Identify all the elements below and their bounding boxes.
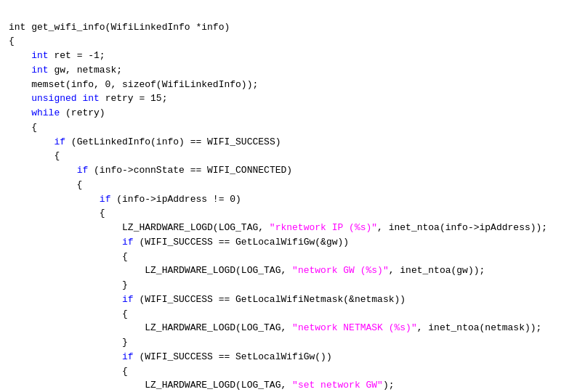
code-line: if (GetLinkedInfo(info) == WIFI_SUCCESS) xyxy=(9,135,568,150)
code-line: int ret = -1; xyxy=(9,49,568,63)
code-line: int get_wifi_info(WifiLinkedInfo *info) xyxy=(9,20,568,35)
code-line: } xyxy=(9,335,568,350)
code-line: int gw, netmask; xyxy=(9,63,568,78)
code-line: unsigned int retry = 15; xyxy=(9,91,568,106)
code-line: if (info->connState == WIFI_CONNECTED) xyxy=(9,163,568,178)
code-line: { xyxy=(9,121,568,135)
code-line: { xyxy=(9,34,568,49)
code-line: { xyxy=(9,206,568,221)
code-line: } xyxy=(9,278,568,293)
code-line: memset(info, 0, sizeof(WifiLinkedInfo)); xyxy=(9,78,568,92)
code-line: { xyxy=(9,149,568,163)
code-line: if (WIFI_SUCCESS == GetLocalWifiNetmask(… xyxy=(9,293,568,307)
code-line: LZ_HARDWARE_LOGD(LOG_TAG, "network NETMA… xyxy=(9,321,568,335)
code-line: LZ_HARDWARE_LOGD(LOG_TAG, "rknetwork IP … xyxy=(9,221,568,235)
code-line: { xyxy=(9,307,568,322)
code-block: int get_wifi_info(WifiLinkedInfo *info){… xyxy=(0,0,577,392)
code-line: if (WIFI_SUCCESS == SetLocalWifiGw()) xyxy=(9,350,568,364)
code-line: { xyxy=(9,178,568,192)
code-line: { xyxy=(9,250,568,264)
code-line: { xyxy=(9,364,568,379)
code-line: if (info->ipAddress != 0) xyxy=(9,192,568,207)
code-line: while (retry) xyxy=(9,106,568,121)
code-line: LZ_HARDWARE_LOGD(LOG_TAG, "network GW (%… xyxy=(9,264,568,278)
code-line: LZ_HARDWARE_LOGD(LOG_TAG, "set network G… xyxy=(9,378,568,392)
code-line: if (WIFI_SUCCESS == GetLocalWifiGw(&gw)) xyxy=(9,235,568,250)
